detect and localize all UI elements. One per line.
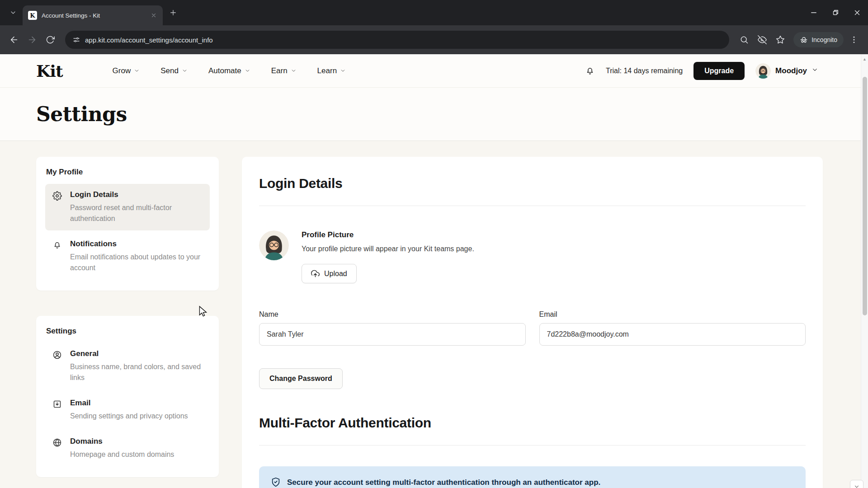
- sidebar-item-email[interactable]: Email Sending settings and privacy optio…: [45, 392, 210, 428]
- tracking-protection-button[interactable]: [755, 32, 770, 47]
- notifications-button[interactable]: [585, 66, 595, 76]
- chevron-down-icon: [291, 68, 297, 74]
- kit-logo[interactable]: Kit: [36, 61, 63, 80]
- nav-item-learn[interactable]: Learn: [317, 66, 346, 75]
- sidebar-item-title: Login Details: [70, 190, 203, 199]
- chevron-down-icon: [245, 68, 250, 74]
- chevron-down-icon: [854, 483, 860, 488]
- login-details-panel: Login Details Profile Picture Your profi…: [242, 157, 823, 488]
- name-label: Name: [259, 310, 526, 319]
- reload-button[interactable]: [42, 32, 58, 47]
- sidebar-item-title: Email: [70, 399, 188, 408]
- tab-title: Account Settings - Kit: [42, 12, 149, 19]
- minimize-icon: [810, 9, 818, 17]
- window-minimize-button[interactable]: [803, 0, 825, 25]
- close-icon: [853, 9, 861, 17]
- shield-icon: [271, 477, 281, 487]
- account-menu[interactable]: Moodjoy: [755, 63, 818, 79]
- bookmark-button[interactable]: [773, 32, 788, 47]
- gear-icon: [52, 191, 62, 224]
- sidebar-section-label: Settings: [45, 327, 210, 336]
- mfa-banner-text: Secure your account setting multi-factor…: [287, 477, 600, 487]
- chevron-down-icon: [9, 9, 17, 16]
- sidebar-item-title: Domains: [70, 437, 174, 446]
- page-title: Settings: [36, 103, 127, 126]
- sidebar-card-my-profile: My Profile Login Details Password reset …: [36, 157, 219, 291]
- avatar: [755, 63, 771, 79]
- email-input[interactable]: [539, 323, 806, 346]
- tab-search-button[interactable]: [6, 6, 20, 19]
- site-info-icon[interactable]: [72, 36, 80, 44]
- back-arrow-icon: [9, 35, 19, 45]
- profile-picture-label: Profile Picture: [302, 230, 474, 239]
- account-name: Moodjoy: [775, 66, 807, 75]
- chevron-down-icon: [340, 68, 346, 74]
- sidebar-item-description: Email notifications about updates to you…: [70, 252, 203, 273]
- inbox-icon: [52, 399, 62, 422]
- sidebar-item-login-details[interactable]: Login Details Password reset and multi-f…: [45, 184, 210, 230]
- globe-icon: [52, 438, 62, 460]
- window-restore-button[interactable]: [825, 0, 846, 25]
- star-icon: [776, 35, 785, 44]
- url-bar[interactable]: app.kit.com/account_settings/account_inf…: [65, 31, 729, 49]
- settings-sidebar: My Profile Login Details Password reset …: [36, 157, 219, 477]
- mfa-banner: Secure your account setting multi-factor…: [259, 466, 806, 488]
- profile-picture-avatar: [259, 230, 289, 260]
- incognito-badge: Incognito: [793, 32, 844, 47]
- new-tab-button[interactable]: [166, 6, 180, 19]
- kebab-menu-icon: [849, 35, 859, 44]
- login-fields: Name Email: [259, 310, 806, 346]
- browser-tabstrip: K Account Settings - Kit: [0, 0, 868, 25]
- sidebar-item-domains[interactable]: Domains Homepage and custom domains: [45, 431, 210, 466]
- url-text: app.kit.com/account_settings/account_inf…: [85, 36, 213, 44]
- content: My Profile Login Details Password reset …: [0, 141, 868, 488]
- upgrade-button[interactable]: Upgrade: [693, 62, 745, 80]
- nav-item-earn[interactable]: Earn: [271, 66, 297, 75]
- kit-favicon: K: [28, 11, 37, 20]
- trial-text: Trial: 14 days remaining: [606, 67, 683, 75]
- sidebar-item-notifications[interactable]: Notifications Email notifications about …: [45, 233, 210, 280]
- plus-icon: [169, 9, 177, 17]
- sidebar-item-general[interactable]: General Business name, brand colors, and…: [45, 343, 210, 389]
- sidebar-item-description: Sending settings and privacy options: [70, 411, 188, 422]
- chevron-down-icon: [811, 66, 818, 75]
- incognito-label: Incognito: [811, 36, 837, 43]
- scroll-down-widget[interactable]: [850, 480, 863, 488]
- back-button[interactable]: [6, 32, 22, 47]
- zoom-button[interactable]: [736, 32, 752, 47]
- sidebar-card-settings: Settings General Business name, brand co…: [36, 316, 219, 477]
- sidebar-item-description: Business name, brand colors, and saved l…: [70, 361, 203, 383]
- search-icon: [740, 35, 749, 44]
- email-label: Email: [539, 310, 806, 319]
- upload-button[interactable]: Upload: [302, 264, 357, 283]
- browser-toolbar: app.kit.com/account_settings/account_inf…: [0, 25, 868, 54]
- sidebar-item-title: Notifications: [70, 239, 203, 249]
- chevron-down-icon: [134, 68, 140, 74]
- scrollbar-up-arrow[interactable]: ▲: [861, 57, 868, 61]
- browser-tab[interactable]: K Account Settings - Kit: [23, 5, 163, 25]
- sidebar-item-description: Homepage and custom domains: [70, 449, 174, 460]
- page-scrollbar[interactable]: ▲: [861, 54, 868, 488]
- scrollbar-thumb[interactable]: [863, 77, 867, 315]
- forward-button[interactable]: [24, 32, 40, 47]
- screen: K Account Settings - Kit: [0, 0, 868, 488]
- user-circle-icon: [52, 350, 62, 383]
- bell-icon: [52, 240, 62, 273]
- nav-item-grow[interactable]: Grow: [113, 66, 140, 75]
- sidebar-item-description: Password reset and multi-factor authenti…: [70, 202, 203, 224]
- bell-icon: [585, 66, 595, 76]
- profile-picture-section: Profile Picture Your profile picture wil…: [259, 230, 806, 283]
- header-right: Trial: 14 days remaining Upgrade Moodjoy: [585, 62, 818, 80]
- change-password-button[interactable]: Change Password: [259, 368, 343, 389]
- tab-close-icon[interactable]: [149, 11, 158, 20]
- nav-item-send[interactable]: Send: [160, 66, 188, 75]
- nav-item-automate[interactable]: Automate: [208, 66, 250, 75]
- browser-menu-button[interactable]: [846, 32, 862, 47]
- window-close-button[interactable]: [846, 0, 868, 25]
- name-input[interactable]: [259, 323, 526, 346]
- window-controls: [803, 0, 868, 25]
- restore-icon: [831, 9, 840, 17]
- email-field-group: Email: [539, 310, 806, 346]
- profile-picture-description: Your profile picture will appear in your…: [302, 245, 474, 253]
- main-nav: Grow Send Automate Earn Learn: [113, 66, 346, 75]
